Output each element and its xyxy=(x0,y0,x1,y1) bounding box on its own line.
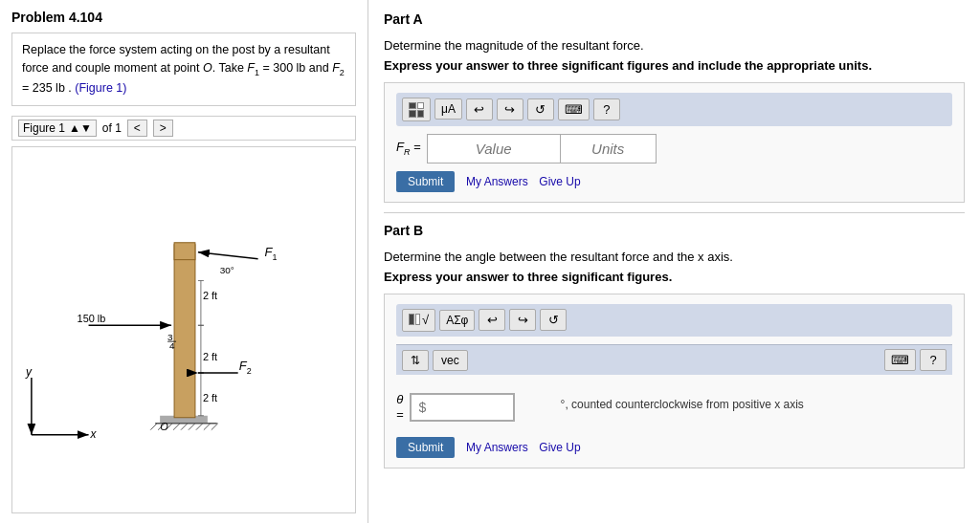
part-b-answer-box: √ ΑΣφ ↩ ↪ ↺ ⇅ vec ⌨ ? θ = xyxy=(384,294,965,469)
svg-text:x: x xyxy=(90,426,98,440)
submit-button-b[interactable]: Submit xyxy=(396,437,455,458)
refresh-button-b[interactable]: ↺ xyxy=(540,309,567,331)
matrix-button[interactable] xyxy=(402,98,431,121)
svg-text:y: y xyxy=(25,364,33,378)
redo-button-b[interactable]: ↪ xyxy=(509,309,536,331)
problem-description: Replace the force system acting on the p… xyxy=(11,33,356,106)
give-up-link-b[interactable]: Give Up xyxy=(539,441,580,454)
svg-rect-12 xyxy=(174,242,195,259)
svg-text:O: O xyxy=(160,420,168,431)
vec-button[interactable]: vec xyxy=(433,350,468,371)
figure-nav: Figure 1 ▲▼ of 1 < > xyxy=(11,116,356,141)
svg-line-2 xyxy=(150,423,157,429)
problem-title: Problem 4.104 xyxy=(11,10,356,25)
part-a-actions: Submit My Answers Give Up xyxy=(396,171,952,192)
part-a-input-row: FR = xyxy=(396,134,952,163)
left-panel: Problem 4.104 Replace the force system a… xyxy=(0,0,368,523)
svg-text:30°: 30° xyxy=(220,264,234,274)
right-panel: Part A Determine the magnitude of the re… xyxy=(368,0,980,523)
svg-line-8 xyxy=(196,423,203,429)
undo-button[interactable]: ↩ xyxy=(466,98,493,120)
fr-label: FR = xyxy=(396,140,421,157)
keyboard-button[interactable]: ⌨ xyxy=(558,98,590,120)
divider xyxy=(384,212,965,213)
figure-select-label: Figure 1 xyxy=(23,121,65,135)
undo-button-b[interactable]: ↩ xyxy=(479,309,505,331)
svg-line-9 xyxy=(204,423,211,429)
svg-line-13 xyxy=(198,251,258,258)
help-button-a[interactable]: ? xyxy=(593,98,620,120)
figure-diagram: F 1 30° 150 lb 3 4 2 ft 2 ft 2 ft xyxy=(12,147,355,513)
part-a-toolbar: μΑ ↩ ↪ ↺ ⌨ ? xyxy=(396,93,952,126)
refresh-button[interactable]: ↺ xyxy=(527,98,554,120)
units-input[interactable] xyxy=(561,134,657,163)
svg-text:150 lb: 150 lb xyxy=(78,313,106,324)
keyboard-button-b[interactable]: ⌨ xyxy=(884,349,916,371)
redo-button[interactable]: ↪ xyxy=(497,98,523,120)
part-b-toolbar-row1: √ ΑΣφ ↩ ↪ ↺ xyxy=(396,304,952,338)
theta-input[interactable] xyxy=(410,393,515,422)
part-b-description: Determine the angle between the resultan… xyxy=(384,250,965,264)
svg-line-6 xyxy=(181,423,188,429)
svg-line-10 xyxy=(212,423,218,429)
part-a-answer-box: μΑ ↩ ↪ ↺ ⌨ ? FR = Submit My Answers Give… xyxy=(384,82,965,203)
svg-rect-11 xyxy=(174,244,195,417)
alpha-sigma-button[interactable]: ΑΣφ xyxy=(439,310,475,331)
part-a-description: Determine the magnitude of the resultant… xyxy=(384,38,965,53)
sqrt-matrix-button[interactable]: √ xyxy=(402,309,435,333)
of-label: of 1 xyxy=(102,121,122,135)
svg-text:4: 4 xyxy=(169,340,175,351)
theta-label: θ = xyxy=(396,392,404,422)
figure-area: F 1 30° 150 lb 3 4 2 ft 2 ft 2 ft xyxy=(11,146,356,514)
svg-text:2: 2 xyxy=(247,365,252,375)
give-up-link-a[interactable]: Give Up xyxy=(539,175,580,188)
svg-text:2 ft: 2 ft xyxy=(203,391,217,403)
figure-select-arrow: ▲▼ xyxy=(69,121,92,135)
my-answers-link-b[interactable]: My Answers xyxy=(466,441,528,454)
arrows-button[interactable]: ⇅ xyxy=(402,350,429,371)
svg-text:1: 1 xyxy=(272,251,277,261)
figure-link[interactable]: (Figure 1) xyxy=(75,81,126,95)
svg-text:2 ft: 2 ft xyxy=(203,351,217,362)
theta-row: θ = xyxy=(396,392,515,422)
angle-note: °, counted counterclockwise from positiv… xyxy=(561,398,804,411)
svg-text:2 ft: 2 ft xyxy=(203,290,217,301)
part-a-instruction: Express your answer to three significant… xyxy=(384,58,965,73)
submit-button-a[interactable]: Submit xyxy=(396,171,455,192)
next-figure-button[interactable]: > xyxy=(153,120,173,137)
svg-line-7 xyxy=(189,423,195,429)
part-b-title: Part B xyxy=(384,223,965,244)
help-button-b[interactable]: ? xyxy=(920,349,947,371)
part-b-toolbar-row2: ⇅ vec ⌨ ? xyxy=(396,344,952,375)
part-b-actions: Submit My Answers Give Up xyxy=(396,437,952,458)
my-answers-link-a[interactable]: My Answers xyxy=(466,175,528,188)
greek-button[interactable]: μΑ xyxy=(434,98,462,120)
figure-select[interactable]: Figure 1 ▲▼ xyxy=(18,120,97,137)
svg-line-5 xyxy=(173,423,180,429)
value-input[interactable] xyxy=(427,134,561,163)
prev-figure-button[interactable]: < xyxy=(127,120,147,137)
part-b-instruction: Express your answer to three significant… xyxy=(384,270,965,284)
part-a-title: Part A xyxy=(384,11,965,33)
